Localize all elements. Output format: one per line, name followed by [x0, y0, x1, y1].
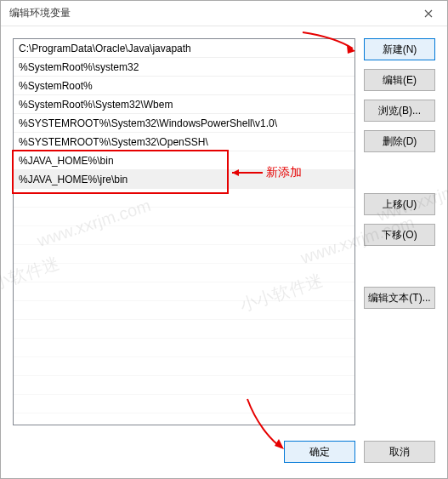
dialog-content: C:\ProgramData\Oracle\Java\javapath %Sys…	[1, 26, 447, 478]
list-item[interactable]: %SYSTEMROOT%\System32\OpenSSH\	[14, 133, 354, 151]
edittext-button[interactable]: 编辑文本(T)...	[364, 287, 435, 309]
moveup-button[interactable]: 上移(U)	[364, 193, 435, 215]
list-item[interactable]: %JAVA_HOME%\jre\bin	[14, 170, 354, 189]
new-button[interactable]: 新建(N)	[364, 38, 435, 60]
titlebar: 编辑环境变量	[1, 1, 447, 26]
path-listbox[interactable]: C:\ProgramData\Oracle\Java\javapath %Sys…	[13, 38, 355, 425]
list-item[interactable]: %SystemRoot%	[14, 77, 354, 95]
edit-button[interactable]: 编辑(E)	[364, 69, 435, 91]
browse-button[interactable]: 浏览(B)...	[364, 100, 435, 122]
list-item[interactable]: %JAVA_HOME%\bin	[14, 151, 354, 170]
ok-button[interactable]: 确定	[284, 441, 355, 463]
movedown-button[interactable]: 下移(O)	[364, 224, 435, 246]
list-item[interactable]: C:\ProgramData\Oracle\Java\javapath	[14, 39, 354, 58]
dialog-window: 编辑环境变量 C:\ProgramData\Oracle\Java\javapa…	[0, 0, 448, 479]
list-item[interactable]: %SYSTEMROOT%\System32\WindowsPowerShell\…	[14, 114, 354, 133]
window-title: 编辑环境变量	[9, 6, 71, 20]
button-column: 新建(N) 编辑(E) 浏览(B)... 删除(D) 上移(U) 下移(O) 编…	[364, 38, 435, 425]
delete-button[interactable]: 删除(D)	[364, 130, 435, 152]
list-item[interactable]: %SystemRoot%\system32	[14, 58, 354, 77]
cancel-button[interactable]: 取消	[364, 441, 435, 463]
list-item[interactable]: %SystemRoot%\System32\Wbem	[14, 95, 354, 114]
dialog-buttons: 确定 取消	[13, 441, 435, 463]
close-button[interactable]	[409, 1, 447, 26]
close-icon	[424, 9, 433, 18]
empty-list-area	[14, 189, 354, 413]
